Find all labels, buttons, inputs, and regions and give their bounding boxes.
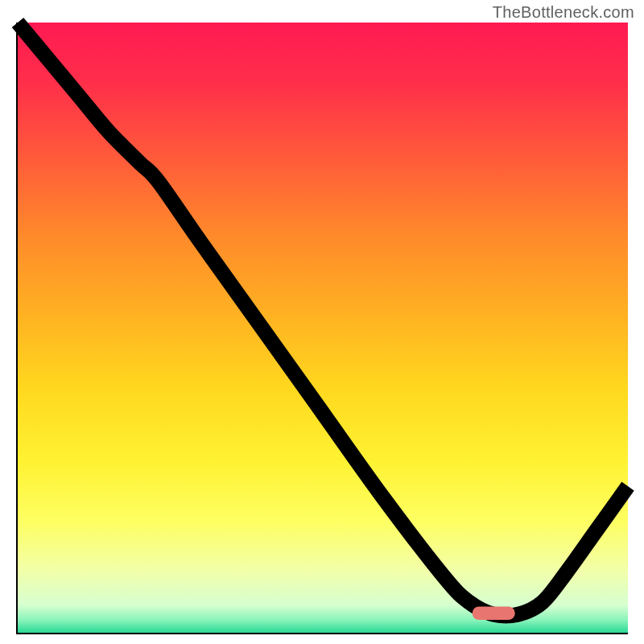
optimal-marker bbox=[473, 606, 515, 620]
curve-layer bbox=[18, 23, 628, 633]
plot-area bbox=[16, 23, 628, 634]
watermark-text: TheBottleneck.com bbox=[493, 3, 634, 22]
bottleneck-curve bbox=[18, 23, 628, 616]
